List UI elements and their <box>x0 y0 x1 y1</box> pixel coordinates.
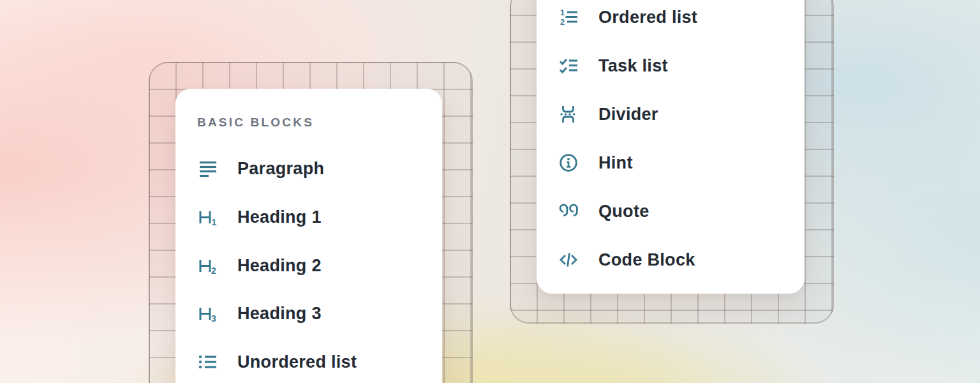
menu-item-code-block[interactable]: Code Block <box>558 250 798 270</box>
menu-item-hint[interactable]: Hint <box>558 153 798 173</box>
ordered-list-icon: 1 2 <box>558 7 579 27</box>
menu-item-label: Divider <box>598 105 658 124</box>
heading-2-icon: 2 <box>197 255 218 276</box>
divider-icon <box>558 104 579 124</box>
menu-item-ordered-list[interactable]: 1 2 Ordered list <box>558 7 798 27</box>
menu-item-heading-3[interactable]: 3 Heading 3 <box>197 303 436 324</box>
menu-item-task-list[interactable]: Task list <box>558 56 798 76</box>
menu-item-label: Heading 3 <box>237 304 322 324</box>
quote-icon <box>558 201 579 222</box>
section-header-basic-blocks: BASIC BLOCKS <box>197 116 314 130</box>
paragraph-icon <box>197 158 218 179</box>
menu-item-label: Task list <box>598 56 668 76</box>
task-list-icon <box>558 56 579 76</box>
svg-text:3: 3 <box>211 313 216 324</box>
heading-3-icon: 3 <box>197 303 218 324</box>
menu-item-unordered-list[interactable]: Unordered list <box>197 352 436 372</box>
more-blocks-menu: 1 2 Ordered list <box>537 0 805 294</box>
unordered-list-icon <box>197 352 218 372</box>
svg-text:2: 2 <box>211 266 216 276</box>
svg-text:2: 2 <box>560 18 565 27</box>
basic-blocks-menu: BASIC BLOCKS Paragraph <box>175 89 442 383</box>
menu-item-label: Hint <box>598 153 633 173</box>
svg-text:1: 1 <box>212 217 217 227</box>
menu-item-label: Heading 1 <box>237 207 322 227</box>
menu-item-paragraph[interactable]: Paragraph <box>197 158 436 179</box>
menu-item-label: Heading 2 <box>237 256 322 276</box>
code-block-icon <box>558 250 579 270</box>
hero-illustration: BASIC BLOCKS Paragraph <box>0 0 980 383</box>
menu-item-divider[interactable]: Divider <box>558 104 798 124</box>
menu-item-quote[interactable]: Quote <box>558 201 798 222</box>
menu-item-label: Quote <box>598 202 650 222</box>
menu-item-label: Code Block <box>598 250 695 270</box>
menu-item-label: Unordered list <box>237 352 357 372</box>
menu-item-label: Ordered list <box>598 8 697 27</box>
menu-item-label: Paragraph <box>237 159 324 179</box>
hint-icon <box>558 153 579 173</box>
heading-1-icon: 1 <box>197 207 218 227</box>
menu-item-heading-1[interactable]: 1 Heading 1 <box>197 207 436 227</box>
svg-text:1: 1 <box>560 8 565 17</box>
menu-item-heading-2[interactable]: 2 Heading 2 <box>197 255 436 276</box>
